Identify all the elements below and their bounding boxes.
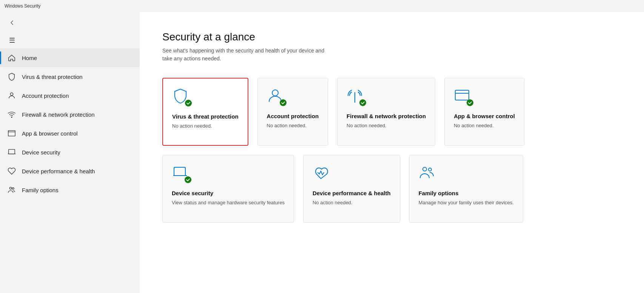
browser-icon [8, 129, 16, 137]
app-body: ☰ Home Virus & threat protection [0, 12, 644, 293]
home-icon [8, 54, 16, 62]
svg-point-1 [11, 117, 12, 117]
svg-point-12 [359, 99, 366, 106]
shield-icon [8, 72, 16, 81]
wifi-icon [8, 110, 16, 119]
svg-point-8 [185, 100, 192, 106]
svg-rect-2 [8, 131, 15, 136]
hamburger-icon: ☰ [9, 36, 15, 45]
svg-rect-4 [9, 150, 15, 154]
family-card[interactable]: Family options Manage how your family us… [409, 155, 523, 223]
svg-point-18 [185, 176, 191, 183]
sidebar-top-controls: ☰ [0, 12, 140, 48]
device-security-card-icon-area [172, 164, 190, 182]
sidebar-item-device-health[interactable]: Device performance & health [0, 162, 140, 180]
sidebar-item-device-security[interactable]: Device security [0, 143, 140, 162]
svg-point-6 [10, 187, 12, 190]
family-card-title: Family options [419, 189, 514, 197]
virus-card-desc: No action needed. [172, 123, 239, 130]
title-bar: Windows Security [0, 0, 644, 12]
app-browser-card[interactable]: App & browser control No action needed. [444, 78, 524, 146]
svg-point-0 [10, 93, 13, 96]
virus-card-title: Virus & threat protection [172, 113, 239, 120]
main-content: Security at a glance See what's happenin… [140, 12, 644, 293]
device-health-card-desc: No action needed. [313, 199, 391, 206]
app-browser-card-desc: No action needed. [454, 122, 515, 129]
sidebar-item-firewall-label: Firewall & network protection [22, 111, 95, 118]
account-card-title: Account protection [267, 112, 319, 120]
cards-row-1: Virus & threat protection No action need… [162, 78, 621, 146]
svg-point-7 [12, 188, 14, 190]
sidebar-item-app-browser[interactable]: App & browser control [0, 124, 140, 143]
device-security-card[interactable]: Device security View status and manage h… [162, 155, 294, 223]
sidebar-item-family-label: Family options [22, 187, 59, 193]
svg-rect-13 [455, 90, 469, 100]
sidebar-item-account-label: Account protection [22, 93, 69, 99]
svg-rect-16 [174, 167, 185, 176]
device-security-card-title: Device security [172, 189, 285, 197]
sidebar-item-app-browser-label: App & browser control [22, 130, 78, 137]
device-security-check-badge [185, 176, 191, 183]
sidebar-item-virus-label: Virus & threat protection [22, 74, 83, 80]
sidebar-item-firewall[interactable]: Firewall & network protection [0, 105, 140, 124]
laptop-icon [8, 148, 16, 156]
app-browser-card-title: App & browser control [454, 112, 515, 120]
svg-point-9 [272, 90, 278, 96]
svg-point-10 [280, 99, 287, 106]
virus-check-badge [185, 100, 192, 106]
firewall-card-desc: No action needed. [347, 122, 426, 129]
sidebar-item-account[interactable]: Account protection [0, 86, 140, 105]
sidebar-item-device-security-label: Device security [22, 149, 60, 156]
device-health-card[interactable]: Device performance & health No action ne… [303, 155, 400, 223]
sidebar-item-home-label: Home [22, 55, 37, 61]
device-security-card-desc: View status and manage hardware security… [172, 199, 285, 206]
sidebar-hamburger[interactable]: ☰ [5, 32, 135, 48]
heart-icon [8, 167, 16, 175]
sidebar-item-virus[interactable]: Virus & threat protection [0, 67, 140, 86]
sidebar-item-family[interactable]: Family options [0, 180, 140, 199]
svg-point-15 [467, 99, 473, 106]
account-card-desc: No action needed. [267, 122, 319, 129]
firewall-card-title: Firewall & network protection [347, 112, 426, 120]
firewall-card-icon-area [347, 87, 365, 105]
device-health-card-title: Device performance & health [313, 189, 391, 197]
family-card-desc: Manage how your family uses their device… [419, 199, 514, 206]
account-card-icon-area [267, 87, 285, 105]
app-browser-check-badge [467, 99, 473, 106]
account-card[interactable]: Account protection No action needed. [257, 78, 328, 146]
device-health-card-icon-area [313, 164, 331, 182]
person-icon [8, 91, 16, 100]
page-title: Security at a glance [162, 31, 621, 43]
sidebar-item-device-health-label: Device performance & health [22, 168, 95, 174]
account-check-badge [280, 99, 287, 106]
firewall-check-badge [359, 99, 366, 106]
firewall-card[interactable]: Firewall & network protection No action … [337, 78, 435, 146]
svg-point-19 [423, 167, 427, 171]
sidebar-item-home[interactable]: Home [0, 48, 140, 67]
svg-point-20 [428, 168, 431, 171]
virus-card-icon-area [172, 88, 190, 106]
page-subtitle: See what's happening with the security a… [162, 47, 332, 63]
sidebar: ☰ Home Virus & threat protection [0, 12, 140, 293]
app-browser-card-icon-area [454, 87, 472, 105]
cards-row-2: Device security View status and manage h… [162, 155, 621, 223]
virus-card[interactable]: Virus & threat protection No action need… [162, 78, 248, 146]
app-title: Windows Security [5, 3, 40, 9]
family-icon [8, 186, 16, 194]
back-button[interactable] [5, 15, 20, 30]
family-card-icon-area [419, 164, 437, 182]
